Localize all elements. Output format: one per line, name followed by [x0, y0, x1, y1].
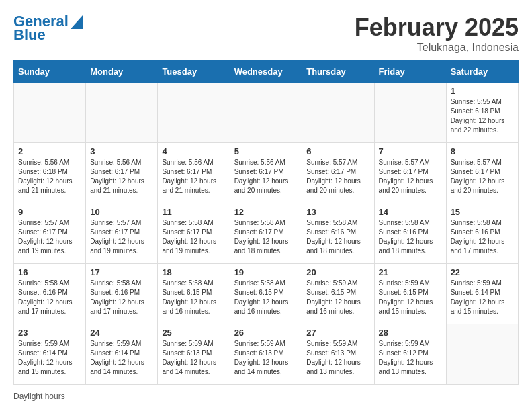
day-info: Sunrise: 5:57 AM Sunset: 6:17 PM Dayligh…	[379, 158, 442, 195]
day-info: Sunrise: 5:59 AM Sunset: 6:14 PM Dayligh…	[18, 339, 81, 377]
calendar-cell: 15Sunrise: 5:58 AM Sunset: 6:16 PM Dayli…	[446, 203, 518, 264]
day-number: 9	[18, 207, 81, 217]
weekday-header-tuesday: Tuesday	[158, 61, 230, 83]
weekday-header-row: SundayMondayTuesdayWednesdayThursdayFrid…	[14, 61, 519, 83]
day-number: 28	[379, 328, 442, 338]
calendar-cell	[86, 83, 158, 143]
day-info: Sunrise: 5:58 AM Sunset: 6:15 PM Dayligh…	[234, 279, 298, 316]
calendar-cell	[14, 83, 86, 143]
calendar-cell: 17Sunrise: 5:58 AM Sunset: 6:16 PM Dayli…	[86, 264, 158, 324]
calendar-cell: 19Sunrise: 5:58 AM Sunset: 6:15 PM Dayli…	[230, 264, 302, 324]
calendar-cell: 22Sunrise: 5:59 AM Sunset: 6:14 PM Dayli…	[446, 264, 518, 324]
day-number: 11	[162, 207, 225, 217]
day-info: Sunrise: 5:58 AM Sunset: 6:17 PM Dayligh…	[162, 218, 225, 256]
calendar-cell: 25Sunrise: 5:59 AM Sunset: 6:13 PM Dayli…	[158, 324, 230, 385]
day-info: Sunrise: 5:59 AM Sunset: 6:13 PM Dayligh…	[306, 339, 369, 377]
day-info: Sunrise: 5:55 AM Sunset: 6:18 PM Dayligh…	[451, 97, 514, 135]
day-info: Sunrise: 5:58 AM Sunset: 6:16 PM Dayligh…	[18, 279, 81, 316]
calendar-cell: 21Sunrise: 5:59 AM Sunset: 6:15 PM Dayli…	[374, 264, 446, 324]
calendar-cell: 24Sunrise: 5:59 AM Sunset: 6:14 PM Dayli…	[86, 324, 158, 385]
svg-marker-0	[71, 15, 83, 29]
day-info: Sunrise: 5:59 AM Sunset: 6:15 PM Dayligh…	[306, 279, 369, 316]
calendar-cell: 5Sunrise: 5:56 AM Sunset: 6:17 PM Daylig…	[230, 143, 302, 203]
calendar-cell: 20Sunrise: 5:59 AM Sunset: 6:15 PM Dayli…	[302, 264, 374, 324]
calendar-cell	[302, 83, 374, 143]
day-number: 20	[306, 267, 369, 277]
calendar-cell: 26Sunrise: 5:59 AM Sunset: 6:13 PM Dayli…	[230, 324, 302, 385]
day-info: Sunrise: 5:57 AM Sunset: 6:17 PM Dayligh…	[18, 218, 81, 256]
calendar-cell: 23Sunrise: 5:59 AM Sunset: 6:14 PM Dayli…	[14, 324, 86, 385]
day-number: 16	[18, 267, 81, 277]
day-number: 24	[90, 328, 153, 338]
calendar-week-5: 23Sunrise: 5:59 AM Sunset: 6:14 PM Dayli…	[14, 324, 519, 385]
day-info: Sunrise: 5:56 AM Sunset: 6:17 PM Dayligh…	[90, 158, 153, 195]
day-number: 22	[451, 267, 514, 277]
day-info: Sunrise: 5:59 AM Sunset: 6:12 PM Dayligh…	[379, 339, 442, 377]
calendar-cell: 28Sunrise: 5:59 AM Sunset: 6:12 PM Dayli…	[374, 324, 446, 385]
calendar-week-4: 16Sunrise: 5:58 AM Sunset: 6:16 PM Dayli…	[14, 264, 519, 324]
day-number: 23	[18, 328, 81, 338]
day-number: 17	[90, 267, 153, 277]
calendar-cell: 9Sunrise: 5:57 AM Sunset: 6:17 PM Daylig…	[14, 203, 86, 264]
day-number: 13	[306, 207, 369, 217]
weekday-header-saturday: Saturday	[446, 61, 518, 83]
day-info: Sunrise: 5:59 AM Sunset: 6:13 PM Dayligh…	[162, 339, 225, 377]
calendar-cell: 2Sunrise: 5:56 AM Sunset: 6:18 PM Daylig…	[14, 143, 86, 203]
calendar-cell	[230, 83, 302, 143]
day-info: Sunrise: 5:57 AM Sunset: 6:17 PM Dayligh…	[306, 158, 369, 195]
day-info: Sunrise: 5:58 AM Sunset: 6:16 PM Dayligh…	[90, 279, 153, 316]
calendar-cell: 27Sunrise: 5:59 AM Sunset: 6:13 PM Dayli…	[302, 324, 374, 385]
calendar-week-1: 1Sunrise: 5:55 AM Sunset: 6:18 PM Daylig…	[14, 83, 519, 143]
calendar-cell: 1Sunrise: 5:55 AM Sunset: 6:18 PM Daylig…	[446, 83, 518, 143]
calendar-cell: 7Sunrise: 5:57 AM Sunset: 6:17 PM Daylig…	[374, 143, 446, 203]
day-number: 25	[162, 328, 225, 338]
day-info: Sunrise: 5:59 AM Sunset: 6:13 PM Dayligh…	[234, 339, 298, 377]
day-number: 4	[162, 146, 225, 156]
day-info: Sunrise: 5:59 AM Sunset: 6:15 PM Dayligh…	[379, 279, 442, 316]
day-info: Sunrise: 5:59 AM Sunset: 6:14 PM Dayligh…	[90, 339, 153, 377]
day-number: 18	[162, 267, 225, 277]
calendar-cell: 4Sunrise: 5:56 AM Sunset: 6:17 PM Daylig…	[158, 143, 230, 203]
day-number: 15	[451, 207, 514, 217]
day-info: Sunrise: 5:58 AM Sunset: 6:16 PM Dayligh…	[379, 218, 442, 256]
day-info: Sunrise: 5:56 AM Sunset: 6:17 PM Dayligh…	[234, 158, 298, 195]
logo: General Blue	[13, 13, 83, 43]
calendar-week-2: 2Sunrise: 5:56 AM Sunset: 6:18 PM Daylig…	[14, 143, 519, 203]
calendar-cell: 10Sunrise: 5:57 AM Sunset: 6:17 PM Dayli…	[86, 203, 158, 264]
day-number: 21	[379, 267, 442, 277]
day-info: Sunrise: 5:57 AM Sunset: 6:17 PM Dayligh…	[451, 158, 514, 195]
calendar-week-3: 9Sunrise: 5:57 AM Sunset: 6:17 PM Daylig…	[14, 203, 519, 264]
calendar-cell: 6Sunrise: 5:57 AM Sunset: 6:17 PM Daylig…	[302, 143, 374, 203]
logo-text-blue: Blue	[13, 27, 46, 43]
day-number: 2	[18, 146, 81, 156]
calendar-cell: 8Sunrise: 5:57 AM Sunset: 6:17 PM Daylig…	[446, 143, 518, 203]
day-info: Sunrise: 5:58 AM Sunset: 6:16 PM Dayligh…	[451, 218, 514, 256]
day-info: Sunrise: 5:56 AM Sunset: 6:17 PM Dayligh…	[162, 158, 225, 195]
day-info: Sunrise: 5:58 AM Sunset: 6:17 PM Dayligh…	[234, 218, 298, 256]
calendar-cell: 14Sunrise: 5:58 AM Sunset: 6:16 PM Dayli…	[374, 203, 446, 264]
title-block: February 2025 Teluknaga, Indonesia	[355, 13, 519, 54]
page-header: General Blue February 2025 Teluknaga, In…	[13, 13, 519, 54]
day-info: Sunrise: 5:58 AM Sunset: 6:16 PM Dayligh…	[306, 218, 369, 256]
day-number: 12	[234, 207, 298, 217]
weekday-header-friday: Friday	[374, 61, 446, 83]
calendar-footer: Daylight hours	[13, 392, 519, 401]
day-info: Sunrise: 5:57 AM Sunset: 6:17 PM Dayligh…	[90, 218, 153, 256]
day-number: 26	[234, 328, 298, 338]
day-number: 1	[451, 86, 514, 96]
calendar-cell: 3Sunrise: 5:56 AM Sunset: 6:17 PM Daylig…	[86, 143, 158, 203]
weekday-header-wednesday: Wednesday	[230, 61, 302, 83]
calendar-cell: 18Sunrise: 5:58 AM Sunset: 6:15 PM Dayli…	[158, 264, 230, 324]
day-number: 19	[234, 267, 298, 277]
weekday-header-monday: Monday	[86, 61, 158, 83]
calendar-cell	[158, 83, 230, 143]
day-number: 8	[451, 146, 514, 156]
day-number: 14	[379, 207, 442, 217]
day-info: Sunrise: 5:56 AM Sunset: 6:18 PM Dayligh…	[18, 158, 81, 195]
calendar-cell	[374, 83, 446, 143]
day-number: 27	[306, 328, 369, 338]
day-number: 5	[234, 146, 298, 156]
logo-triangle-icon	[71, 15, 83, 29]
day-number: 10	[90, 207, 153, 217]
weekday-header-sunday: Sunday	[14, 61, 86, 83]
